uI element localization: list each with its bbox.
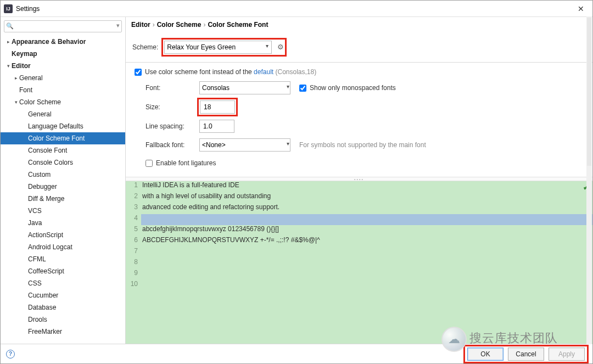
close-icon[interactable]: ✕	[573, 4, 589, 13]
default-link[interactable]: default	[254, 68, 273, 76]
tree-item-cfml[interactable]: CFML	[1, 253, 125, 265]
code-text	[141, 214, 592, 225]
scrollbar[interactable]	[586, 16, 592, 344]
scheme-select[interactable]: Relax Your Eyes Green	[164, 41, 272, 54]
settings-window: IJ Settings ✕ 🔍 ▾ ▸Appearance & Behavior…	[0, 0, 593, 364]
tree-item-font[interactable]: Font	[1, 84, 125, 96]
tree-item-custom[interactable]: Custom	[1, 169, 125, 181]
main-panel: Editor › Color Scheme › Color Scheme Fon…	[126, 17, 592, 344]
cancel-button[interactable]: Cancel	[508, 348, 544, 361]
breadcrumb-color-scheme[interactable]: Color Scheme	[157, 21, 202, 29]
use-scheme-font-label-pre: Use color scheme font instead of the	[145, 68, 254, 76]
tree-item-css[interactable]: CSS	[1, 277, 125, 289]
tree-item-label: FreeMarker	[28, 328, 62, 335]
tree-item-actionscript[interactable]: ActionScript	[1, 229, 125, 241]
tree-item-label: Console Colors	[28, 159, 73, 166]
window-title: Settings	[16, 5, 573, 13]
tree-item-appearance-behavior[interactable]: ▸Appearance & Behavior	[1, 36, 125, 48]
preview-line: 3advanced code editing and refactoring s…	[126, 203, 592, 214]
tree-item-keymap[interactable]: Keymap	[1, 48, 125, 60]
show-mono-checkbox[interactable]	[299, 85, 306, 92]
tree-item-android-logcat[interactable]: Android Logcat	[1, 241, 125, 253]
use-scheme-font-row: Use color scheme font instead of the def…	[135, 68, 584, 76]
ok-button[interactable]: OK	[467, 348, 504, 361]
gear-icon[interactable]: ⚙	[277, 43, 284, 51]
gutter-line-number: 4	[126, 214, 141, 225]
line-spacing-label: Line spacing:	[146, 122, 193, 130]
line-spacing-input[interactable]	[199, 120, 234, 133]
scrollbar-thumb[interactable]	[587, 18, 591, 166]
tree-item-cucumber[interactable]: Cucumber	[1, 289, 125, 301]
code-text: ABCDEFGHIJKLMNOPQRSTUVWXYZ +-*/= .,;:!? …	[141, 236, 592, 247]
font-select[interactable]: Consolas	[199, 81, 290, 94]
show-mono-label: Show only monospaced fonts	[310, 84, 396, 92]
fallback-select[interactable]: <None>	[199, 138, 290, 152]
splitter[interactable]: ••••	[126, 177, 592, 181]
tree-item-color-scheme[interactable]: ▾Color Scheme	[1, 96, 125, 108]
preview-line: 9	[126, 269, 592, 280]
use-scheme-font-checkbox[interactable]	[135, 69, 142, 76]
search-icon: 🔍	[6, 23, 14, 30]
tree-item-general[interactable]: General	[1, 108, 125, 120]
tree-item-console-colors[interactable]: Console Colors	[1, 156, 125, 169]
preview-line: 10	[126, 280, 592, 291]
dialog-body: 🔍 ▾ ▸Appearance & BehaviorKeymap▾Editor▸…	[1, 17, 592, 344]
tree-item-label: Database	[28, 304, 56, 311]
preview-line: 4	[126, 214, 592, 225]
preview-line: 1IntelliJ IDEA is a full-featured IDE	[126, 181, 592, 192]
tree-item-label: Language Defaults	[28, 122, 83, 130]
tree-item-label: Color Scheme Font	[28, 135, 85, 142]
tree-item-debugger[interactable]: Debugger	[1, 181, 125, 193]
tree-item-label: General	[19, 74, 43, 82]
gutter-line-number: 8	[126, 258, 141, 269]
size-label: Size:	[146, 103, 193, 111]
font-label: Font:	[146, 84, 193, 92]
tree-item-coffeescript[interactable]: CoffeeScript	[1, 265, 125, 277]
help-icon[interactable]: ?	[6, 350, 15, 359]
chevron-down-icon[interactable]: ▾	[116, 22, 120, 29]
tree-item-label: Java	[28, 219, 42, 227]
chevron-right-icon: ▸	[5, 39, 12, 44]
dialog-footer: ? OK Cancel Apply	[1, 344, 592, 363]
code-text	[141, 258, 592, 269]
tree-item-diff-merge[interactable]: Diff & Merge	[1, 193, 125, 205]
tree-item-general[interactable]: ▸General	[1, 72, 125, 84]
breadcrumb: Editor › Color Scheme › Color Scheme Fon…	[126, 17, 592, 32]
code-text	[141, 280, 592, 291]
code-text: abcdefghijklmnopqrstuvwxyz 0123456789 ()…	[141, 225, 592, 236]
font-preview[interactable]: ✔ 1IntelliJ IDEA is a full-featured IDE2…	[126, 181, 592, 344]
tree-item-color-scheme-font[interactable]: Color Scheme Font	[1, 132, 125, 144]
apply-button[interactable]: Apply	[549, 348, 585, 361]
tree-item-language-defaults[interactable]: Language Defaults	[1, 120, 125, 132]
chevron-right-icon: ›	[153, 21, 155, 29]
search-input[interactable]	[4, 20, 122, 32]
chevron-down-icon: ▾	[13, 99, 19, 105]
preview-line: 6ABCDEFGHIJKLMNOPQRSTUVWXYZ +-*/= .,;:!?…	[126, 236, 592, 247]
watermark-avatar: ☁	[441, 327, 467, 352]
tree-item-label: CoffeeScript	[28, 267, 64, 275]
tree-item-java[interactable]: Java	[1, 217, 125, 229]
gutter-line-number: 3	[126, 203, 141, 214]
tree-item-editor[interactable]: ▾Editor	[1, 60, 125, 72]
breadcrumb-page: Color Scheme Font	[208, 21, 268, 29]
preview-line: 2with a high level of usability and outs…	[126, 192, 592, 203]
tree-item-vcs[interactable]: VCS	[1, 205, 125, 217]
size-input[interactable]	[200, 100, 235, 114]
tree-item-drools[interactable]: Drools	[1, 313, 125, 326]
tree-item-label: CSS	[28, 279, 42, 287]
preview-line: 8	[126, 258, 592, 269]
breadcrumb-editor[interactable]: Editor	[131, 21, 150, 29]
gutter-line-number: 9	[126, 269, 141, 280]
code-text	[141, 247, 592, 258]
tree-item-label: Keymap	[12, 50, 37, 58]
fallback-label: Fallback font:	[146, 141, 193, 149]
code-text: advanced code editing and refactoring su…	[141, 203, 592, 214]
tree-item-database[interactable]: Database	[1, 301, 125, 313]
gutter-line-number: 1	[126, 181, 141, 192]
settings-tree[interactable]: ▸Appearance & BehaviorKeymap▾Editor▸Gene…	[1, 35, 125, 344]
tree-item-console-font[interactable]: Console Font	[1, 144, 125, 156]
ligatures-checkbox[interactable]	[146, 160, 153, 167]
tree-item-freemarker[interactable]: FreeMarker	[1, 326, 125, 338]
app-icon: IJ	[4, 4, 13, 13]
preview-line: 7	[126, 247, 592, 258]
